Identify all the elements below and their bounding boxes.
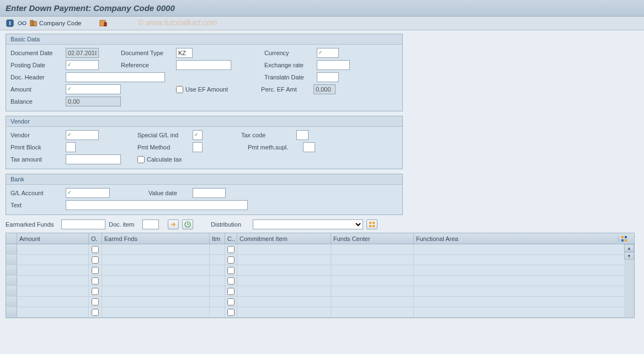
cell-funds-center[interactable] — [331, 255, 414, 265]
text-field[interactable] — [66, 200, 248, 210]
balance-field[interactable] — [66, 96, 121, 106]
grid-select-all[interactable] — [6, 233, 17, 244]
cell-commitment-item[interactable] — [237, 286, 331, 296]
arrow-right-button[interactable] — [168, 219, 179, 229]
cell-o[interactable] — [89, 276, 102, 286]
cell-itm[interactable] — [210, 286, 225, 296]
cell-o[interactable] — [89, 297, 102, 307]
cell-funds-center[interactable] — [331, 276, 414, 286]
cell-earmd[interactable] — [102, 307, 210, 317]
cell-c[interactable] — [225, 265, 237, 275]
glasses-icon[interactable] — [18, 19, 26, 28]
cell-o[interactable] — [89, 286, 102, 296]
distribution-config-button[interactable] — [366, 219, 377, 229]
cell-o[interactable] — [89, 307, 102, 317]
row-selector[interactable] — [6, 265, 17, 275]
use-ef-amount-checkbox[interactable] — [176, 86, 183, 93]
cell-amount[interactable] — [17, 297, 89, 307]
reference-field[interactable] — [176, 60, 231, 70]
row-selector[interactable] — [6, 286, 17, 296]
col-amount[interactable]: Amount — [17, 233, 89, 244]
tax-amount-field[interactable] — [66, 154, 121, 164]
cell-c[interactable] — [225, 307, 237, 317]
cell-funds-center[interactable] — [331, 244, 414, 254]
cell-earmd[interactable] — [102, 244, 210, 254]
vendor-field[interactable] — [66, 130, 99, 140]
cell-c-checkbox[interactable] — [227, 267, 235, 274]
document-date-field[interactable] — [66, 48, 99, 58]
cell-amount[interactable] — [17, 286, 89, 296]
cell-functional-area[interactable] — [414, 297, 618, 307]
cell-c-checkbox[interactable] — [227, 246, 235, 253]
amount-field[interactable] — [66, 84, 121, 94]
cell-amount[interactable] — [17, 255, 89, 265]
cell-itm[interactable] — [210, 244, 225, 254]
cell-itm[interactable] — [210, 276, 225, 286]
cell-c-checkbox[interactable] — [227, 277, 235, 285]
pmt-meth-supl-field[interactable] — [303, 142, 315, 152]
cell-o-checkbox[interactable] — [92, 256, 99, 264]
cell-o-checkbox[interactable] — [92, 298, 99, 305]
pmt-method-field[interactable] — [193, 142, 203, 152]
currency-field[interactable] — [317, 48, 339, 58]
row-selector[interactable] — [6, 255, 17, 265]
scroll-down-icon[interactable]: ▼ — [624, 252, 634, 260]
cell-itm[interactable] — [210, 297, 225, 307]
clock-button[interactable] — [182, 219, 193, 229]
calculate-tax-checkbox[interactable] — [137, 156, 145, 163]
cell-commitment-item[interactable] — [237, 265, 331, 275]
col-o[interactable]: O. — [89, 233, 102, 244]
cell-o-checkbox[interactable] — [92, 277, 99, 285]
cell-c[interactable] — [225, 255, 237, 265]
cell-amount[interactable] — [17, 244, 89, 254]
cell-c[interactable] — [225, 286, 237, 296]
cell-c[interactable] — [225, 276, 237, 286]
col-c[interactable]: C.. — [225, 233, 237, 244]
perc-ef-amt-field[interactable] — [313, 84, 336, 94]
cell-funds-center[interactable] — [331, 307, 414, 317]
doc-header-field[interactable] — [66, 72, 165, 82]
cell-o-checkbox[interactable] — [92, 309, 99, 316]
cell-c[interactable] — [225, 244, 237, 254]
pmnt-block-field[interactable] — [66, 142, 76, 152]
special-gl-field[interactable] — [193, 130, 203, 140]
cell-c-checkbox[interactable] — [227, 298, 235, 305]
cell-earmd[interactable] — [102, 286, 210, 296]
cell-funds-center[interactable] — [331, 286, 414, 296]
cell-funds-center[interactable] — [331, 297, 414, 307]
cell-o-checkbox[interactable] — [92, 288, 99, 295]
cell-functional-area[interactable] — [414, 286, 618, 296]
cell-o[interactable] — [89, 244, 102, 254]
col-funds-center[interactable]: Funds Center — [331, 233, 414, 244]
cell-amount[interactable] — [17, 265, 89, 275]
cell-funds-center[interactable] — [331, 265, 414, 275]
row-selector[interactable] — [6, 307, 17, 317]
gl-account-field[interactable] — [66, 188, 110, 198]
cell-commitment-item[interactable] — [237, 276, 331, 286]
cell-functional-area[interactable] — [414, 307, 618, 317]
scroll-up-icon[interactable]: ▲ — [624, 244, 634, 252]
posting-date-field[interactable] — [66, 60, 99, 70]
cell-o[interactable] — [89, 255, 102, 265]
tax-code-field[interactable] — [296, 130, 308, 140]
earmarked-funds-field[interactable] — [61, 219, 105, 229]
distribution-combo[interactable] — [253, 219, 363, 229]
cell-c-checkbox[interactable] — [227, 256, 235, 264]
exchange-rate-field[interactable] — [317, 60, 350, 70]
cell-functional-area[interactable] — [414, 276, 618, 286]
col-commitment-item[interactable]: Commitment Item — [237, 233, 331, 244]
col-earmd[interactable]: Earmd Fnds — [102, 233, 210, 244]
overview-icon[interactable] — [6, 19, 14, 28]
value-date-field[interactable] — [193, 188, 226, 198]
cell-c-checkbox[interactable] — [227, 309, 235, 316]
cell-commitment-item[interactable] — [237, 297, 331, 307]
cell-commitment-item[interactable] — [237, 307, 331, 317]
row-selector[interactable] — [6, 276, 17, 286]
cell-functional-area[interactable] — [414, 265, 618, 275]
cell-o[interactable] — [89, 265, 102, 275]
cell-amount[interactable] — [17, 276, 89, 286]
cell-amount[interactable] — [17, 307, 89, 317]
grid-scrollbar[interactable]: ▲ ▼ — [624, 244, 634, 318]
cell-commitment-item[interactable] — [237, 255, 331, 265]
cell-earmd[interactable] — [102, 276, 210, 286]
